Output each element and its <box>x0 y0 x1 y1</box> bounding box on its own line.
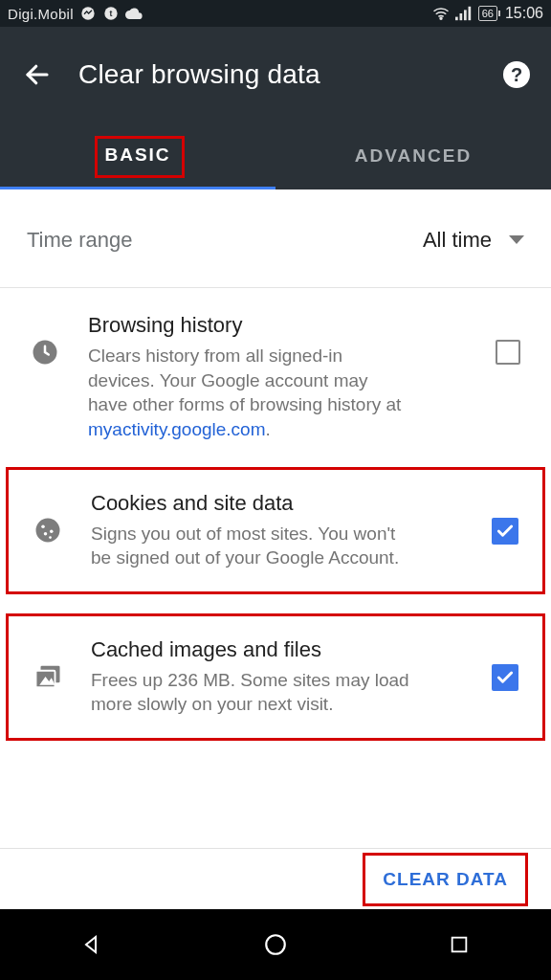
option-cached[interactable]: Cached images and files Frees up 236 MB.… <box>9 616 542 738</box>
option-title: Cached images and files <box>91 637 464 662</box>
cloud-icon <box>125 5 143 22</box>
app-header: Clear browsing data ? BASIC ADVANCED <box>0 27 551 189</box>
page-title: Clear browsing data <box>78 59 478 90</box>
option-browsing-history[interactable]: Browsing history Clears history from all… <box>0 288 551 467</box>
time-range-row[interactable]: Time range All time <box>0 199 551 288</box>
svg-point-3 <box>440 17 442 19</box>
tumblr-icon: t <box>102 5 120 22</box>
time-range-value: All time <box>423 228 492 253</box>
highlight-box: Cookies and site data Signs you out of m… <box>6 467 545 594</box>
svg-rect-4 <box>455 17 458 21</box>
checkbox-browsing-history[interactable] <box>496 340 520 365</box>
svg-marker-18 <box>86 937 96 952</box>
svg-point-12 <box>44 532 48 536</box>
svg-point-14 <box>49 536 52 539</box>
checkbox-cookies[interactable] <box>492 518 518 545</box>
svg-point-11 <box>41 524 45 528</box>
svg-text:t: t <box>109 9 112 18</box>
option-description: Clears history from all signed-in device… <box>88 344 404 442</box>
signal-icon <box>455 5 473 22</box>
back-button[interactable] <box>21 58 54 91</box>
svg-rect-20 <box>452 938 467 952</box>
svg-point-19 <box>266 935 285 954</box>
status-bar: Digi.Mobil t 66 15:06 <box>0 0 551 27</box>
svg-point-13 <box>50 529 54 533</box>
tab-advanced[interactable]: ADVANCED <box>276 122 551 189</box>
android-nav-bar <box>0 909 551 980</box>
clear-data-button[interactable]: CLEAR DATA <box>365 856 525 903</box>
time-range-label: Time range <box>27 228 132 253</box>
myactivity-link[interactable]: myactivity.google.com <box>88 419 266 439</box>
highlight-box: CLEAR DATA <box>363 853 528 906</box>
svg-rect-5 <box>459 13 462 20</box>
wifi-icon <box>432 5 450 22</box>
carrier-label: Digi.Mobil <box>8 6 74 22</box>
help-button[interactable]: ? <box>503 61 530 88</box>
svg-rect-7 <box>468 7 471 20</box>
option-title: Browsing history <box>88 313 467 338</box>
clock-label: 15:06 <box>505 5 543 22</box>
battery-indicator: 66 <box>478 6 497 21</box>
tab-bar: BASIC ADVANCED <box>0 122 551 189</box>
nav-back-button[interactable] <box>77 930 106 959</box>
images-icon <box>33 662 62 695</box>
svg-marker-9 <box>509 235 524 244</box>
content-area: Time range All time Browsing history Cle… <box>0 189 551 741</box>
clock-icon <box>31 338 59 370</box>
desc-text-end: . <box>266 419 271 439</box>
desc-text: Clears history from all signed-in device… <box>88 345 401 414</box>
checkbox-cached[interactable] <box>492 664 518 691</box>
tab-basic[interactable]: BASIC <box>0 122 276 189</box>
svg-rect-6 <box>464 10 467 20</box>
option-description: Signs you out of most sites. You won't b… <box>91 522 407 570</box>
dropdown-icon <box>509 232 524 249</box>
option-description: Frees up 236 MB. Some sites may load mor… <box>91 668 435 717</box>
messenger-icon <box>79 5 97 22</box>
cookie-icon <box>33 516 62 548</box>
option-title: Cookies and site data <box>91 491 464 516</box>
footer-bar: CLEAR DATA <box>0 848 551 909</box>
nav-home-button[interactable] <box>261 930 290 959</box>
option-cookies[interactable]: Cookies and site data Signs you out of m… <box>9 470 542 591</box>
nav-recent-button[interactable] <box>445 930 474 959</box>
battery-level: 66 <box>482 8 494 19</box>
highlight-box: Cached images and files Frees up 236 MB.… <box>6 613 545 741</box>
